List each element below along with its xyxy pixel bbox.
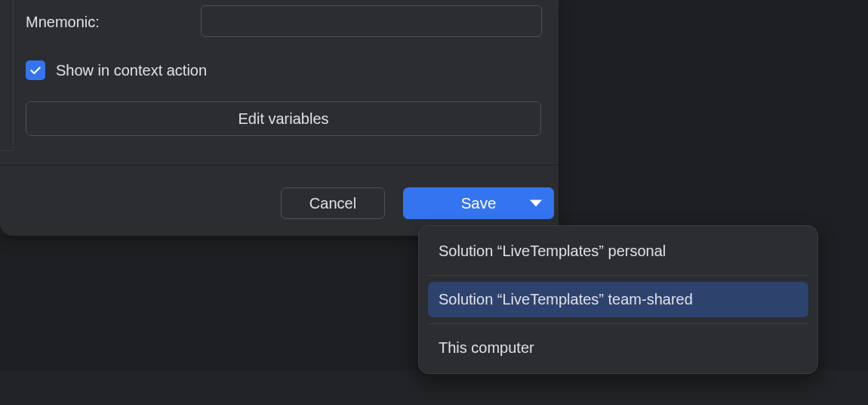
- mnemonic-label: Mnemonic:: [26, 14, 100, 31]
- save-menu-item-team-shared[interactable]: Solution “LiveTemplates” team-shared: [428, 282, 808, 317]
- menu-separator: [428, 275, 808, 276]
- edit-variables-button[interactable]: Edit variables: [26, 101, 541, 136]
- chevron-down-icon: [530, 200, 542, 207]
- checkmark-icon: [29, 63, 42, 77]
- mnemonic-row: Mnemonic:: [26, 14, 100, 31]
- save-dropdown-menu: Solution “LiveTemplates” personal Soluti…: [418, 225, 818, 374]
- cancel-button[interactable]: Cancel: [281, 187, 385, 219]
- mnemonic-input[interactable]: [201, 5, 542, 37]
- dialog-panel: Mnemonic: Show in context action Edit va…: [0, 0, 559, 236]
- dialog-button-bar: Cancel Save: [0, 180, 559, 225]
- app-background-lower: [0, 370, 868, 405]
- show-in-context-row[interactable]: Show in context action: [26, 60, 207, 80]
- dialog-divider: [0, 165, 559, 165]
- save-menu-item-personal[interactable]: Solution “LiveTemplates” personal: [428, 233, 808, 269]
- show-in-context-checkbox[interactable]: [26, 60, 45, 80]
- menu-separator: [428, 323, 808, 324]
- left-panel-edge: [0, 0, 14, 151]
- save-menu-item-this-computer[interactable]: This computer: [428, 330, 808, 366]
- show-in-context-label: Show in context action: [56, 62, 207, 79]
- save-button[interactable]: Save: [403, 187, 554, 219]
- dialog-form-area: Mnemonic: Show in context action Edit va…: [0, 0, 559, 165]
